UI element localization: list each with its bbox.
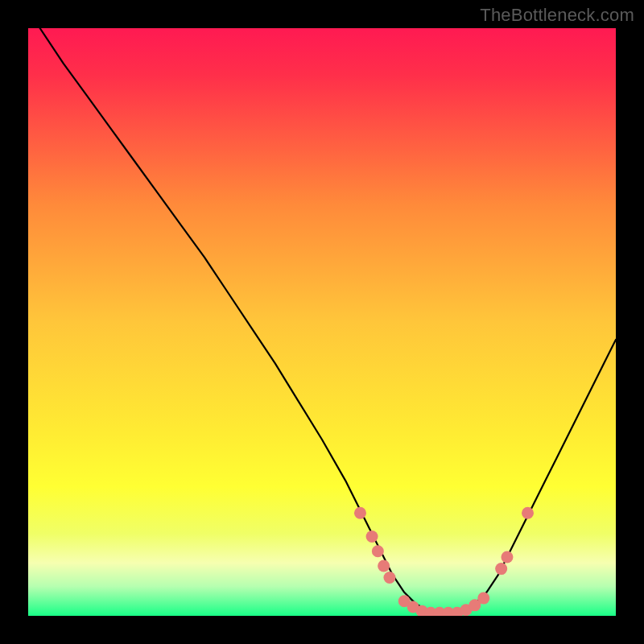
- data-dot: [383, 572, 395, 584]
- data-dot: [477, 592, 489, 605]
- watermark-text: TheBottleneck.com: [480, 5, 634, 26]
- chart-stage: TheBottleneck.com: [0, 0, 644, 644]
- plot-svg: [28, 28, 616, 616]
- plot-area: [28, 28, 616, 616]
- data-dot: [495, 563, 507, 575]
- gradient-background: [28, 28, 616, 616]
- data-dot: [366, 530, 378, 543]
- data-dot: [501, 551, 513, 564]
- data-dot: [372, 545, 384, 557]
- data-dot: [354, 507, 366, 519]
- data-dot: [378, 559, 390, 572]
- data-dot: [522, 507, 534, 519]
